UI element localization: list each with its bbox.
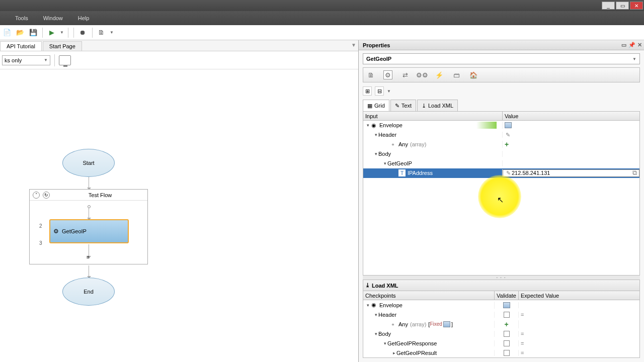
start-node[interactable]: Start [62,149,115,177]
expand-icon[interactable]: ▾ [382,341,387,346]
tree-row-envelope[interactable]: ▾ ◉ Envelope [363,121,639,130]
load-xml-label: Load XML [372,283,398,289]
check-row-any[interactable]: ▫ Any (array) [ Fixed ] + [363,319,639,329]
window-titlebar: _ ▭ ✕ [0,0,644,11]
record-icon[interactable]: ⏺ [78,28,88,38]
validate-checkbox[interactable] [504,340,510,346]
node-label: GetGeoIP [387,160,412,166]
menu-help[interactable]: Help [78,15,90,21]
ipaddress-value-input[interactable] [511,170,639,176]
tab-loadxml[interactable]: ⤓ Load XML [417,100,458,111]
tab-api-tutorial[interactable]: API Tutorial [0,41,42,51]
check-row-envelope[interactable]: ▾ ◉ Envelope [363,300,639,310]
tab-grid[interactable]: ▦ Grid [363,100,389,111]
xml-thumb-icon[interactable] [503,302,510,308]
export-dropdown-caret[interactable]: ▼ [110,30,114,35]
tab-menu-caret[interactable]: ▼ [351,42,356,48]
validate-checkbox[interactable] [504,350,510,356]
xml-thumb-icon[interactable] [505,122,512,128]
checkpoints-section: ⤓ Load XML Checkpoints Validate Expected… [363,280,640,358]
pin-icon[interactable]: 📌 [628,42,635,48]
open-icon[interactable]: 📂 [15,28,25,38]
ptab-security-icon[interactable]: 🏠 [469,70,478,79]
check-row-result[interactable]: ▸ GetGeoIPResult = [363,348,639,357]
validate-checkbox[interactable] [504,312,510,318]
expand-icon[interactable]: ▾ [373,132,378,137]
ptab-http-icon[interactable]: ⇄ [400,70,410,79]
ptab-events-icon[interactable]: ⚡ [435,70,444,79]
run-dropdown-caret[interactable]: ▼ [60,30,64,35]
load-xml-bar[interactable]: ⤓ Load XML [363,280,639,291]
menu-window[interactable]: Window [43,15,63,21]
display-mode-dropdown[interactable]: ks only ▼ [2,55,50,65]
separator [42,28,43,38]
monitor-icon[interactable] [59,55,71,65]
line-number-3: 3 [39,240,42,246]
validate-checkbox[interactable] [504,331,510,337]
save-icon[interactable]: 💾 [28,28,38,38]
tab-text[interactable]: ✎ Text [390,100,416,111]
object-selector[interactable]: GetGeoIP ▼ [363,53,640,64]
expand-icon[interactable]: ▾ [365,123,370,128]
tree-row-body[interactable]: ▾ Body [363,149,639,159]
add-item-icon[interactable]: + [504,320,508,328]
maximize-button[interactable]: ▭ [616,2,629,10]
edit-icon[interactable]: ✎ [506,132,510,138]
run-icon[interactable]: ▶ [47,28,57,38]
col-expected: Expected Value [519,291,639,300]
expected-op[interactable]: = [519,331,639,337]
connector [89,265,89,277]
expected-op[interactable]: = [519,312,639,318]
collapse-all-icon[interactable]: ⊟ [375,86,384,96]
close-panel-icon[interactable]: ✕ [637,42,642,48]
array-hint: (array) [410,321,426,327]
drag-handle-icon[interactable]: ≡ [87,254,90,260]
document-tabs: API Tutorial Start Page ▼ [0,40,358,51]
expand-icon[interactable]: ▸ [391,350,396,355]
text-node-icon: T [398,169,406,176]
minimize-button[interactable]: _ [602,2,615,10]
check-row-body[interactable]: ▾ Body = [363,329,639,338]
flow-canvas[interactable]: Start ˄ ↻ Test Flow 2 3 ⚙ GetGeoIP ≡ [0,69,358,362]
grid-toolbar: ⊞ ⊟ ▼ [363,84,640,98]
collapse-icon[interactable]: ˄ [33,192,40,199]
expand-icon[interactable]: ▾ [373,312,378,317]
grid-header: Input Value [363,112,639,121]
check-row-response[interactable]: ▾ GetGeoIPResponse = [363,338,639,348]
horizontal-splitter[interactable] [363,276,640,280]
export-icon[interactable]: 🗎 [97,28,107,38]
end-node[interactable]: End [62,278,115,306]
ptab-params-icon[interactable]: ⚙ [383,70,392,79]
expand-all-icon[interactable]: ⊞ [363,86,372,96]
expand-icon[interactable]: ▾ [382,161,387,166]
ptab-general-icon[interactable]: 🗎 [366,70,375,79]
expand-icon[interactable]: ▾ [373,331,378,336]
properties-header: Properties ▭ 📌 ✕ [359,40,644,50]
tree-row-header[interactable]: ▾ Header ✎ [363,130,639,140]
menu-tools[interactable]: Tools [15,15,28,21]
tree-row-any[interactable]: ▫ Any (array) + [363,140,639,149]
ptab-settings-icon[interactable]: ⚙⚙ [418,70,427,79]
node-label: Body [378,151,391,157]
start-label: Start [83,160,94,166]
ptab-data-icon[interactable]: 🗃 [452,70,461,79]
node-label: Any [398,321,408,327]
expand-icon[interactable]: ▾ [373,151,378,156]
dock-icon[interactable]: ▭ [621,42,626,48]
tree-row-getgeoip[interactable]: ▾ GetGeoIP [363,159,639,168]
close-button[interactable]: ✕ [630,2,643,10]
expected-op[interactable]: = [519,340,639,346]
add-item-icon[interactable]: + [505,140,509,148]
new-icon[interactable]: 📄 [2,28,12,38]
col-validate: Validate [495,291,519,300]
expand-icon[interactable]: ▾ [365,303,370,308]
link-icon[interactable]: ⧉ [632,169,637,177]
step-getgeoip[interactable]: ⚙ GetGeoIP [49,219,129,243]
tab-start-page[interactable]: Start Page [43,41,82,51]
loop-icon[interactable]: ↻ [43,192,50,199]
tree-row-ipaddress[interactable]: T IPAddress ✎ ⧉ [363,168,639,178]
cursor-icon: ↖ [497,195,504,205]
check-row-header[interactable]: ▾ Header = [363,310,639,319]
toolbar-caret[interactable]: ▼ [387,89,391,94]
expected-op[interactable]: = [519,350,639,356]
